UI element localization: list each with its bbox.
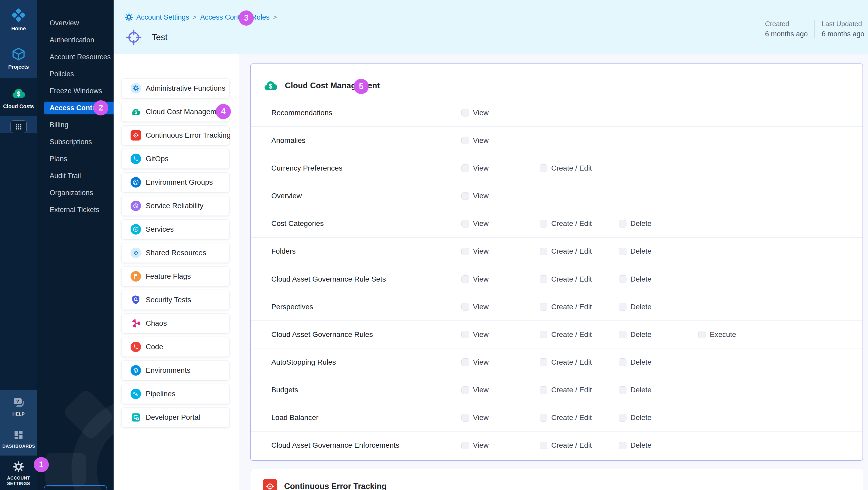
- category-icon: [130, 177, 141, 187]
- resource-category-card[interactable]: Shared Resources: [121, 243, 229, 263]
- permission-view-cell: View: [461, 219, 489, 228]
- view-checkbox[interactable]: [461, 248, 469, 255]
- resource-category-card[interactable]: Developer Portal: [121, 407, 229, 427]
- view-checkbox[interactable]: [461, 414, 469, 422]
- create-edit-checkbox[interactable]: [540, 386, 547, 394]
- harness-logo-icon: [11, 7, 26, 23]
- resource-category-card[interactable]: Continuous Error Tracking: [121, 125, 229, 145]
- create-edit-checkbox[interactable]: [540, 303, 547, 311]
- rail-item-cloud-costs[interactable]: Cloud Costs: [0, 78, 37, 116]
- delete-checkbox[interactable]: [619, 248, 626, 255]
- rail-item-help[interactable]: HELP: [0, 390, 37, 422]
- create-edit-checkbox[interactable]: [540, 331, 547, 338]
- category-label: Administrative Functions: [146, 84, 225, 92]
- resource-category-card[interactable]: Chaos: [121, 313, 229, 333]
- rail-item-dashboards[interactable]: DASHBOARDS: [0, 422, 37, 455]
- nav-footer-button[interactable]: [44, 485, 107, 490]
- create-edit-checkbox[interactable]: [540, 275, 547, 283]
- category-icon: [130, 154, 141, 164]
- permission-row: Perspectives View Create / Edit Delete: [251, 293, 863, 320]
- resource-category-card[interactable]: Cloud Cost Management: [121, 102, 229, 122]
- sidebar-nav-item[interactable]: Authentication: [37, 32, 114, 49]
- delete-checkbox[interactable]: [619, 386, 626, 394]
- permission-row: Cost Categories View Create / Edit Delet…: [251, 210, 863, 238]
- sidebar-nav-item[interactable]: Audit Trail: [37, 167, 114, 184]
- rail-item-account-settings[interactable]: ACCOUNT SETTINGS: [0, 456, 37, 490]
- sidebar-nav-item-label: External Tickets: [50, 206, 99, 214]
- rail-item-projects[interactable]: Projects: [0, 38, 37, 78]
- resource-category-card[interactable]: Administrative Functions: [121, 79, 229, 98]
- view-checkbox[interactable]: [461, 164, 469, 172]
- breadcrumb-roles-link[interactable]: Access Control: Roles: [200, 13, 270, 22]
- delete-checkbox[interactable]: [619, 358, 626, 366]
- sidebar-nav-item[interactable]: Policies: [37, 66, 114, 83]
- page-title: Test: [152, 32, 168, 42]
- view-checkbox[interactable]: [461, 442, 469, 449]
- permission-name: Budgets: [271, 386, 298, 394]
- module-grid-button[interactable]: [10, 120, 27, 133]
- create-edit-checkbox[interactable]: [540, 442, 547, 449]
- resource-category-card[interactable]: Code: [121, 337, 229, 357]
- sidebar-nav-item[interactable]: Plans: [37, 150, 114, 167]
- breadcrumb-account-settings-link[interactable]: Account Settings: [136, 13, 189, 22]
- delete-checkbox[interactable]: [619, 220, 626, 227]
- delete-checkbox[interactable]: [619, 414, 626, 422]
- delete-checkbox[interactable]: [619, 303, 626, 311]
- resource-category-card[interactable]: Security Tests: [121, 290, 229, 310]
- permission-name: Folders: [271, 247, 296, 255]
- view-checkbox[interactable]: [461, 358, 469, 366]
- execute-checkbox[interactable]: [698, 331, 706, 338]
- sidebar-nav-item[interactable]: External Tickets: [37, 202, 114, 218]
- sidebar-nav-item[interactable]: Billing: [37, 117, 114, 133]
- view-checkbox[interactable]: [461, 192, 469, 200]
- resource-category-card[interactable]: Services: [121, 219, 229, 239]
- created-value: 6 months ago: [765, 30, 808, 38]
- permission-view-cell: View: [461, 358, 489, 366]
- projects-cube-icon: [11, 47, 26, 61]
- create-edit-checkbox[interactable]: [540, 358, 547, 366]
- view-checkbox[interactable]: [461, 331, 469, 338]
- resource-category-card[interactable]: Pipelines: [121, 384, 229, 404]
- rail-item-label: ACCOUNT SETTINGS: [2, 476, 35, 487]
- sidebar-nav-item[interactable]: Subscriptions: [37, 133, 114, 150]
- checkbox-label: View: [473, 414, 489, 422]
- view-checkbox[interactable]: [461, 220, 469, 227]
- create-edit-checkbox[interactable]: [540, 220, 547, 227]
- resource-category-card[interactable]: GitOps: [121, 149, 229, 169]
- view-checkbox[interactable]: [461, 109, 469, 117]
- view-checkbox[interactable]: [461, 136, 469, 144]
- category-label: Feature Flags: [146, 272, 191, 280]
- view-checkbox[interactable]: [461, 386, 469, 394]
- sidebar-nav-item[interactable]: Freeze Windows: [37, 83, 114, 99]
- delete-checkbox[interactable]: [619, 275, 626, 283]
- create-edit-checkbox[interactable]: [540, 414, 547, 422]
- create-edit-checkbox[interactable]: [540, 248, 547, 255]
- delete-checkbox[interactable]: [619, 331, 626, 338]
- last-updated-label: Last Updated: [822, 20, 864, 28]
- resource-category-card[interactable]: Service Reliability: [121, 196, 229, 216]
- main-content: Cloud Cost Management Recommendations Vi…: [239, 54, 868, 490]
- account-settings-gear-icon: [12, 461, 25, 473]
- category-label: Pipelines: [146, 390, 176, 398]
- create-edit-checkbox[interactable]: [540, 164, 547, 172]
- checkbox-label: View: [473, 164, 489, 173]
- category-icon: [130, 389, 141, 399]
- sidebar-nav-item[interactable]: Organizations: [37, 184, 114, 202]
- step-badge-2: 2: [93, 100, 108, 116]
- sidebar-nav-item-label: Plans: [50, 155, 67, 163]
- permission-view-cell: View: [461, 330, 489, 339]
- checkbox-label: Delete: [630, 330, 652, 339]
- delete-checkbox[interactable]: [619, 442, 626, 449]
- resource-category-card[interactable]: Environment Groups: [121, 173, 229, 192]
- view-checkbox[interactable]: [461, 275, 469, 283]
- settings-nav-panel: Overview Authentication Account Resource…: [37, 0, 114, 490]
- resource-category-card[interactable]: Environments: [121, 361, 229, 380]
- sidebar-nav-item[interactable]: Account Resources: [37, 49, 114, 66]
- rail-item-home[interactable]: Home: [0, 0, 37, 38]
- sidebar-nav-item[interactable]: Overview: [37, 14, 114, 32]
- checkbox-label: Create / Edit: [551, 219, 592, 228]
- permission-row: AutoStopping Rules View Create / Edit De…: [251, 348, 863, 376]
- resource-category-card[interactable]: Feature Flags: [121, 267, 229, 286]
- view-checkbox[interactable]: [461, 303, 469, 311]
- permission-delete-cell: Delete: [619, 330, 652, 339]
